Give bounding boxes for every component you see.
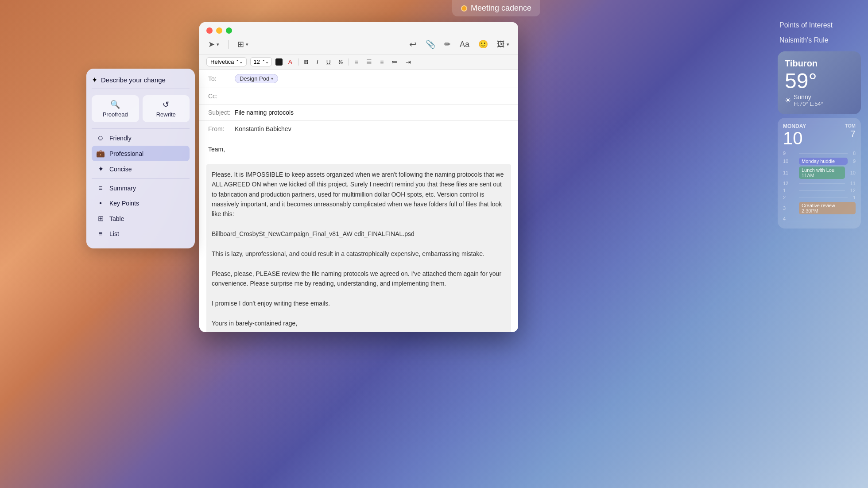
poi-item-2[interactable]: Naismith's Rule [771, 33, 868, 48]
list-button[interactable]: ≔ [389, 58, 400, 66]
list-icon: ≡ [96, 230, 105, 238]
align-left-button[interactable]: ≡ [353, 58, 360, 66]
image-button[interactable]: 🖼 ▾ [495, 39, 511, 50]
indent-button[interactable]: ⇥ [403, 58, 413, 66]
body-para-1: Please. It is IMPOSSIBLE to keep assets … [212, 170, 506, 219]
menu-item-key-points[interactable]: • Key Points [92, 196, 190, 211]
format-layout-icon: ⊞ [237, 39, 244, 49]
cal-date: 10 [783, 129, 806, 147]
font-icon: Aa [460, 40, 469, 49]
proofread-button[interactable]: 🔍 Proofread [92, 95, 139, 122]
weather-condition: Sunny [794, 93, 823, 101]
cal-event-monday-huddle[interactable]: Monday huddle [799, 158, 848, 165]
body-greeting: Team, [208, 144, 509, 154]
font-name: Helvetica [210, 58, 234, 65]
meeting-cadence-widget[interactable]: Meeting cadence [452, 0, 540, 16]
cal-time-row-11: 11 Lunch with Lou 11AM 10 [783, 167, 856, 179]
attach-icon: 📎 [426, 39, 435, 49]
table-label: Table [109, 215, 124, 222]
subject-label: Subject: [208, 109, 235, 116]
friendly-label: Friendly [109, 135, 132, 142]
annotation-icon: ✏ [444, 39, 451, 49]
font-button[interactable]: Aa [458, 39, 471, 50]
underline-button[interactable]: U [324, 58, 333, 66]
concise-label: Concise [109, 166, 132, 173]
menu-item-list[interactable]: ≡ List [92, 226, 190, 241]
format-sep-1 [298, 58, 298, 66]
cal-tomorrow-num: 7 [845, 128, 856, 140]
meeting-cadence-label: Meeting cadence [471, 4, 531, 13]
meeting-cadence-dot [461, 5, 467, 12]
cal-time-row-1: 1 12 [783, 188, 856, 193]
traffic-lights [206, 27, 511, 34]
window-minimize-button[interactable] [216, 27, 222, 34]
writing-tools-separator-2 [92, 178, 190, 179]
menu-item-friendly[interactable]: ☺ Friendly [92, 131, 190, 146]
body-para-2: This is lazy, unprofessional, and could … [212, 249, 506, 259]
undo-button[interactable]: ↩ [407, 38, 418, 50]
strikethrough-button[interactable]: S [337, 58, 345, 66]
from-field-row: From: Konstantin Babichev [199, 121, 518, 137]
text-color-swatch[interactable] [275, 58, 283, 66]
to-field-row: To: Design Pod ▾ [199, 70, 518, 88]
window-maximize-button[interactable] [226, 27, 232, 34]
from-value: Konstantin Babichev [235, 125, 509, 132]
rewrite-button[interactable]: ↺ Rewrite [143, 95, 190, 122]
cal-event-creative-review[interactable]: Creative review 2:30PM [799, 202, 856, 214]
menu-item-summary[interactable]: ≡ Summary [92, 181, 190, 196]
menu-item-professional[interactable]: 💼 Professional [92, 146, 190, 161]
emoji-button[interactable]: 🙂 [477, 39, 490, 50]
key-points-label: Key Points [109, 200, 139, 207]
weather-city: Tiburon [785, 58, 854, 69]
body-para-3: Please, please, PLEASE review the file n… [212, 269, 506, 289]
poi-item-1[interactable]: Points of Interest [771, 18, 868, 33]
format-layout-button[interactable]: ⊞ ▾ [236, 39, 250, 50]
window-toolbar: ➤ ▾ ⊞ ▾ ↩ 📎 ✏ Aa 🙂 [199, 22, 518, 54]
cal-day-label: MONDAY [783, 123, 806, 129]
cal-tomorrow-label: TOM [845, 123, 856, 128]
align-center-button[interactable]: ☰ [364, 58, 374, 66]
cal-time-row-9: 9 8 [783, 151, 856, 156]
send-button[interactable]: ➤ ▾ [206, 39, 221, 50]
menu-item-table[interactable]: ⊞ Table [92, 211, 190, 226]
list-label: List [109, 230, 119, 237]
writing-tools-header: ✦ Describe your change [92, 76, 190, 89]
to-chip-design-pod[interactable]: Design Pod ▾ [235, 74, 278, 83]
image-chevron: ▾ [507, 42, 509, 47]
mail-actions-bar: ➤ ▾ ⊞ ▾ ↩ 📎 ✏ Aa 🙂 [206, 38, 511, 50]
font-size-control[interactable]: 12 ⌃⌄ [250, 57, 271, 66]
cal-time-row-10: 10 Monday huddle 9 [783, 158, 856, 165]
subject-value[interactable]: File naming protocols [235, 109, 294, 116]
undo-icon: ↩ [409, 39, 417, 50]
mail-body[interactable]: Team, Please. It is IMPOSSIBLE to keep a… [199, 137, 518, 332]
body-filename: Billboard_CrosbySt_NewCampaign_Final_v81… [212, 229, 506, 239]
italic-button[interactable]: I [314, 58, 321, 66]
align-right-button[interactable]: ≡ [378, 58, 386, 66]
annotation-button[interactable]: ✏ [442, 39, 453, 50]
window-close-button[interactable] [206, 27, 213, 34]
rewrite-icon: ↺ [163, 100, 169, 109]
weather-widget: Tiburon 59° ☀ Sunny H:70° L:54° [778, 51, 861, 114]
mail-compose-area: To: Design Pod ▾ Cc: Subject: File namin… [199, 70, 518, 332]
professional-label: Professional [109, 150, 143, 157]
font-select[interactable]: Helvetica ⌃⌄ [206, 57, 247, 66]
font-size-stepper: ⌃⌄ [262, 59, 269, 64]
bold-button[interactable]: B [302, 58, 311, 66]
cc-label: Cc: [208, 93, 235, 100]
menu-item-concise[interactable]: ✦ Concise [92, 161, 190, 177]
friendly-icon: ☺ [96, 134, 105, 142]
weather-hi-lo: H:70° L:54° [794, 101, 823, 107]
attach-button[interactable]: 📎 [424, 39, 437, 50]
calendar-widget: MONDAY 10 TOM 7 9 8 10 Monday huddle 9 [778, 118, 861, 229]
cc-field-row: Cc: [199, 88, 518, 105]
summary-label: Summary [109, 185, 136, 192]
rewrite-label: Rewrite [156, 111, 176, 118]
font-size-value: 12 [253, 58, 260, 65]
send-icon: ➤ [208, 39, 215, 49]
key-points-icon: • [96, 199, 105, 207]
to-label: To: [208, 75, 235, 82]
professional-icon: 💼 [96, 149, 105, 158]
cal-event-lunch[interactable]: Lunch with Lou 11AM [799, 167, 845, 179]
format-highlight-button[interactable]: A [286, 58, 294, 66]
mail-window: ➤ ▾ ⊞ ▾ ↩ 📎 ✏ Aa 🙂 [199, 22, 518, 332]
